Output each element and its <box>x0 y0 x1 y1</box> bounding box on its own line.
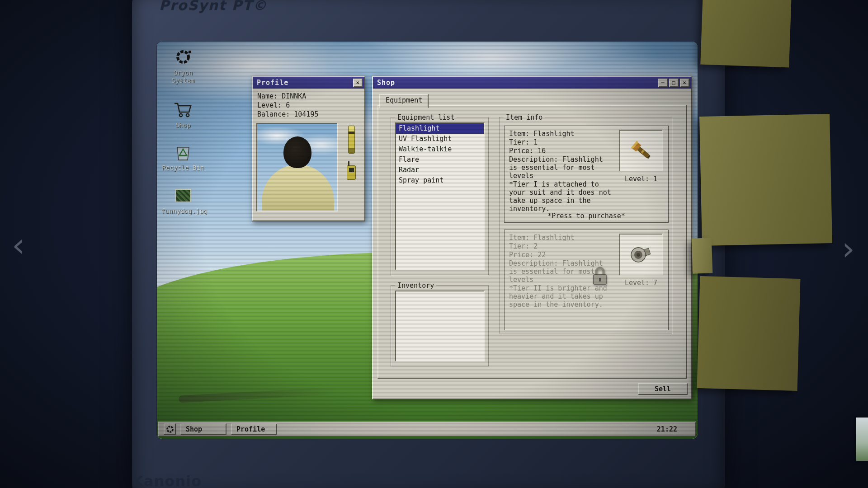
tier2-tier: Tier: 2 <box>509 242 615 250</box>
desktop-icon-funnydog[interactable]: funnydog.jpg <box>161 185 205 215</box>
shop-window-title: Shop <box>377 79 395 87</box>
tier2-item: Item: Flashlight <box>509 234 615 242</box>
profile-window-title: Profile <box>257 79 288 87</box>
equipment-item-uv-flashlight[interactable]: UV Flashlight <box>396 134 484 144</box>
equipment-item-flare[interactable]: Flare <box>396 155 484 165</box>
avatar-head <box>283 136 311 168</box>
profile-titlebar[interactable]: Profile × <box>253 77 364 89</box>
equipment-item-walkie-talkie[interactable]: Walkie-talkie <box>396 144 484 155</box>
sticky-note <box>692 238 713 273</box>
prev-arrow-button[interactable]: ‹ <box>12 231 25 258</box>
profile-level: Level: 6 <box>257 101 290 109</box>
avatar-hood <box>262 164 334 211</box>
profile-equipment-strip <box>341 126 361 211</box>
profile-name: Name: DINNKA <box>257 92 306 100</box>
monitor-brand-text: ProSynt PT© <box>159 0 267 13</box>
item-info-label: Item info <box>504 113 545 122</box>
sticky-note <box>700 0 791 67</box>
desktop-icon-label: Recycle Bin <box>161 164 205 172</box>
shop-titlebar[interactable]: Shop – □ × <box>373 77 691 89</box>
desktop-icon-label: Oryon System <box>161 69 205 84</box>
tier2-note: *Tier II is brighter and heavier and it … <box>509 284 615 309</box>
tier1-price: Price: 16 <box>509 147 615 155</box>
game-title-text: Kanonio <box>132 473 202 488</box>
desktop-icon-recycle-bin[interactable]: Recycle Bin <box>161 142 205 172</box>
inventory-label: Inventory <box>395 282 436 290</box>
recycle-bin-icon <box>161 142 205 163</box>
desktop-icon-label: funnydog.jpg <box>161 207 205 215</box>
equipment-tab-page: Equipment list Flashlight UV Flashlight … <box>377 105 687 379</box>
start-button[interactable] <box>164 423 176 435</box>
sticky-note <box>697 276 801 391</box>
tab-equipment[interactable]: Equipment <box>379 94 429 108</box>
tier1-item: Item: Flashlight <box>509 130 615 138</box>
minimize-icon[interactable]: – <box>658 79 668 87</box>
equipment-list-group: Equipment list Flashlight UV Flashlight … <box>391 117 489 276</box>
profile-avatar <box>256 123 338 211</box>
taskbar: Shop Profile 21:22 <box>158 422 696 436</box>
shop-window: Shop – □ × Equipment Equipment list Flas… <box>372 76 692 399</box>
tier1-note: *Tier I is attached to your suit and it … <box>509 180 615 213</box>
close-icon[interactable]: × <box>353 79 363 87</box>
tier2-side: Level: 7 <box>618 234 665 318</box>
flashlight-tier1-purchase-panel[interactable]: Item: Flashlight Tier: 1 Price: 16 Descr… <box>504 126 669 223</box>
equipment-listbox[interactable]: Flashlight UV Flashlight Walkie-talkie F… <box>395 122 485 270</box>
flashlight-tier1-icon <box>627 136 656 165</box>
desktop-icon-label: Shop <box>161 122 205 129</box>
desktop-icon-shop[interactable]: Shop <box>161 99 205 129</box>
equipment-item-spray-paint[interactable]: Spray paint <box>396 175 484 186</box>
tier2-item-image <box>619 234 663 275</box>
oryon-start-icon <box>165 425 175 434</box>
item-info-group: Item info Item: Flashlight Tier: 1 Price… <box>499 117 673 334</box>
tier1-action: *Press to purchase* <box>505 212 668 220</box>
adjacent-screenshot-fragment <box>856 418 868 461</box>
taskbar-clock: 21:22 <box>657 425 677 433</box>
taskbar-button-profile[interactable]: Profile <box>231 423 277 435</box>
profile-balance: Balance: 104195 <box>257 110 318 118</box>
game-scene: ProSynt PT© Oryon System Sho <box>0 0 868 488</box>
inventory-group: Inventory <box>391 285 489 367</box>
maximize-icon[interactable]: □ <box>669 79 679 87</box>
tier1-side: Level: 1 <box>618 130 665 211</box>
flashlight-tier2-locked-panel: Item: Flashlight Tier: 2 Price: 22 Descr… <box>504 230 669 330</box>
tier1-tier: Tier: 1 <box>509 138 615 146</box>
tier1-details: Item: Flashlight Tier: 1 Price: 16 Descr… <box>509 130 618 211</box>
crt-screen: Oryon System Shop Recycle Bin <box>157 42 698 439</box>
next-arrow-button[interactable]: › <box>842 235 855 262</box>
lock-icon <box>590 265 610 288</box>
sell-button[interactable]: Sell <box>638 383 688 395</box>
image-file-icon <box>161 185 205 206</box>
shopping-cart-icon <box>161 99 205 120</box>
oryon-logo-icon <box>161 47 205 68</box>
sticky-note <box>699 114 832 246</box>
tier2-price: Price: 22 <box>509 251 615 259</box>
flashlight-tier2-icon <box>627 240 656 269</box>
taskbar-button-shop[interactable]: Shop <box>180 423 226 435</box>
equipment-item-flashlight[interactable]: Flashlight <box>396 123 484 134</box>
desktop-icon-oryon-system[interactable]: Oryon System <box>161 47 205 84</box>
walkie-talkie-icon <box>347 165 356 180</box>
inventory-listbox[interactable] <box>395 291 485 361</box>
tier1-item-image <box>619 130 663 171</box>
flashlight-icon <box>348 126 355 154</box>
close-icon[interactable]: × <box>680 79 689 87</box>
profile-window: Profile × Name: DINNKA Level: 6 Balance:… <box>252 76 365 221</box>
tier2-level: Level: 7 <box>625 279 657 287</box>
tier1-description: Description: Flashlight is essential for… <box>509 155 615 180</box>
equipment-list-label: Equipment list <box>395 113 457 122</box>
tier1-level: Level: 1 <box>625 175 657 183</box>
equipment-item-radar[interactable]: Radar <box>396 165 484 175</box>
